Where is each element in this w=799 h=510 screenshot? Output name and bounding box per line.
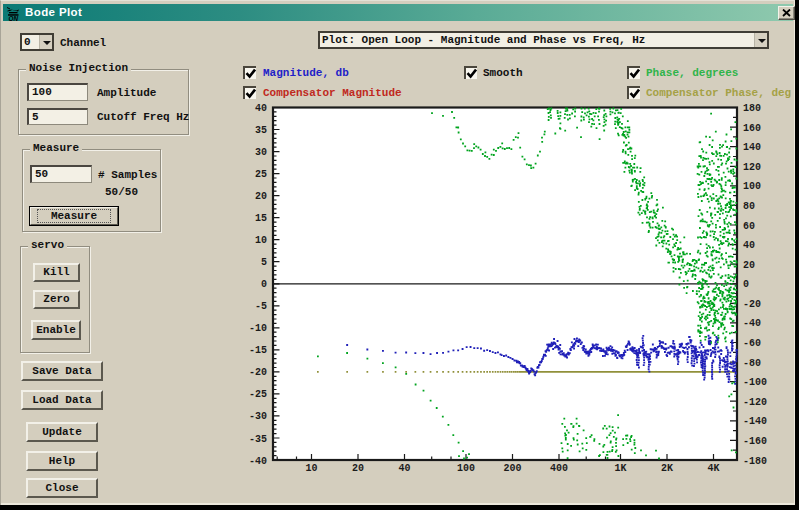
svg-text:-25: -25: [249, 389, 267, 400]
svg-text:-80: -80: [743, 358, 761, 369]
svg-text:400: 400: [550, 463, 568, 474]
svg-text:30: 30: [255, 147, 267, 158]
svg-text:180: 180: [743, 103, 761, 114]
svg-text:-40: -40: [743, 318, 761, 329]
svg-text:2K: 2K: [661, 463, 673, 474]
svg-text:20: 20: [352, 463, 364, 474]
svg-text:-30: -30: [249, 411, 267, 422]
svg-text:60: 60: [743, 221, 755, 232]
svg-text:-20: -20: [743, 299, 761, 310]
svg-text:5: 5: [261, 257, 267, 268]
svg-text:200: 200: [503, 463, 521, 474]
svg-text:-40: -40: [249, 456, 267, 467]
svg-text:-5: -5: [255, 301, 267, 312]
svg-text:-20: -20: [249, 367, 267, 378]
svg-text:-15: -15: [249, 345, 267, 356]
svg-text:40: 40: [255, 103, 267, 114]
svg-text:0: 0: [261, 279, 267, 290]
svg-text:-140: -140: [743, 416, 767, 427]
svg-text:100: 100: [457, 463, 475, 474]
svg-text:35: 35: [255, 125, 267, 136]
svg-text:-10: -10: [249, 323, 267, 334]
svg-text:4K: 4K: [707, 463, 719, 474]
svg-text:120: 120: [743, 162, 761, 173]
svg-text:20: 20: [743, 260, 755, 271]
svg-text:25: 25: [255, 169, 267, 180]
svg-text:0: 0: [743, 279, 749, 290]
svg-text:40: 40: [398, 463, 410, 474]
svg-text:10: 10: [255, 235, 267, 246]
svg-text:160: 160: [743, 123, 761, 134]
svg-text:10: 10: [305, 463, 317, 474]
svg-text:-100: -100: [743, 377, 767, 388]
svg-text:100: 100: [743, 181, 761, 192]
svg-text:1K: 1K: [614, 463, 626, 474]
svg-text:15: 15: [255, 213, 267, 224]
svg-text:80: 80: [743, 201, 755, 212]
svg-text:-35: -35: [249, 434, 267, 445]
svg-text:-60: -60: [743, 338, 761, 349]
svg-text:140: 140: [743, 142, 761, 153]
svg-text:40: 40: [743, 240, 755, 251]
svg-text:-180: -180: [743, 456, 767, 467]
svg-text:20: 20: [255, 191, 267, 202]
svg-text:-120: -120: [743, 397, 767, 408]
svg-text:-160: -160: [743, 436, 767, 447]
